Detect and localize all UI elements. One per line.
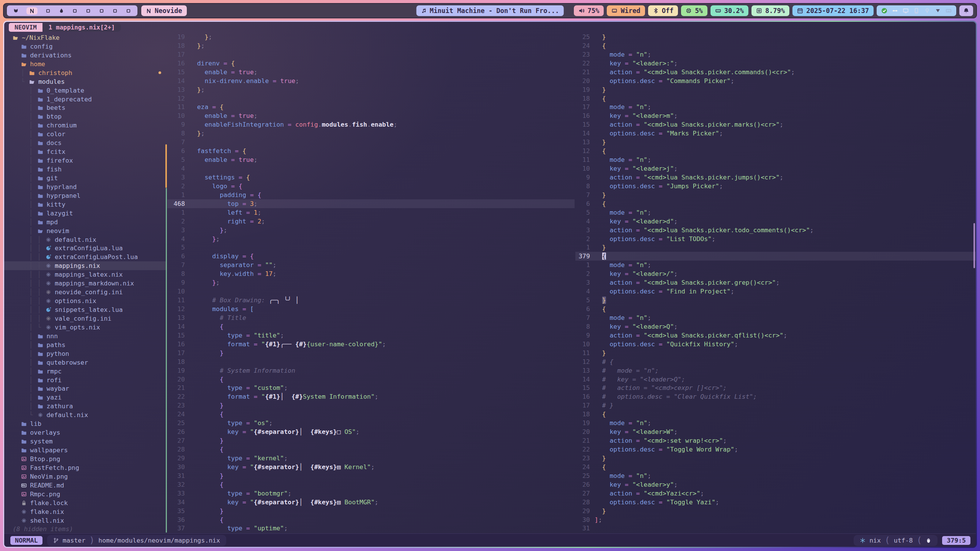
tree-item-color[interactable]: │color <box>13 130 167 139</box>
tree-item-docs[interactable]: │docs <box>13 139 167 147</box>
cpu-widget[interactable]: 5% <box>681 5 707 16</box>
tree-item-nnn[interactable]: │nnn <box>13 332 167 341</box>
tree-item-chromium[interactable]: │chromium <box>13 121 167 130</box>
memory-widget[interactable]: 30.2% <box>710 5 748 16</box>
tree-item-flake.lock[interactable]: flake.lock <box>13 499 167 507</box>
tree-item-shell.nix[interactable]: shell.nix <box>13 516 167 525</box>
folder-icon <box>38 184 43 190</box>
workspace-2-active[interactable] <box>26 7 38 15</box>
tree-item-kitty[interactable]: │kitty <box>13 200 167 209</box>
code-text: } <box>595 349 606 357</box>
tree-item-lazygit[interactable]: │lazygit <box>13 209 167 218</box>
triangle-icon[interactable] <box>935 8 941 14</box>
line-number: 7 <box>167 261 185 269</box>
tree-item-default.nix[interactable]: ││default.nix <box>13 235 167 244</box>
tree-item-snippets_latex.lua[interactable]: ││snippets_latex.lua <box>13 305 167 314</box>
tree-item-zathura[interactable]: │zathura <box>13 402 167 411</box>
disk-widget[interactable]: 8.79% <box>751 5 789 16</box>
tree-item-neovide_config.ini[interactable]: ││neovide_config.ini <box>13 288 167 297</box>
workspace-5[interactable] <box>72 8 78 14</box>
tree-item-nixflake[interactable]: ~/NixFlake <box>13 33 167 42</box>
tree-item-flake.nix[interactable]: flake.nix <box>13 507 167 516</box>
code-text: { <box>189 446 224 453</box>
tree-item-hyprpanel[interactable]: │hyprpanel <box>13 191 167 200</box>
code-text: { <box>189 376 224 383</box>
tree-item-vale_config.ini[interactable]: ││vale_config.ini <box>13 314 167 323</box>
pin-icon[interactable] <box>924 8 930 14</box>
tree-item-fcitx[interactable]: │fcitx <box>13 147 167 156</box>
tree-item-git[interactable]: │git <box>13 174 167 183</box>
workspace-3[interactable] <box>45 8 51 14</box>
tree-item-firefox[interactable]: │firefox <box>13 156 167 165</box>
tree-item-0_template[interactable]: │0_template <box>13 86 167 95</box>
tree-item-paths[interactable]: │paths <box>13 341 167 349</box>
tree-item-btop[interactable]: │btop <box>13 112 167 121</box>
tree-item-rmpc[interactable]: │rmpc <box>13 367 167 376</box>
phone-icon[interactable] <box>913 8 920 14</box>
tree-item-rofi[interactable]: │rofi <box>13 376 167 385</box>
indent-guide <box>13 245 21 252</box>
tree-item-lib[interactable]: lib <box>13 419 167 428</box>
tree-item-python[interactable]: │python <box>13 349 167 358</box>
workspace-6[interactable] <box>85 8 91 14</box>
monitor-icon[interactable] <box>903 8 909 14</box>
tree-item-label: snippets_latex.lua <box>55 306 123 313</box>
workspace-9[interactable] <box>126 8 131 14</box>
indent-guide <box>13 218 21 226</box>
clock-widget[interactable]: 2025-07-22 16:37 <box>792 5 874 16</box>
code-text: action = "<cmd>lua Snacks.picker.todo_co… <box>595 227 813 234</box>
notifications-button[interactable] <box>959 5 973 16</box>
workspace-7[interactable] <box>99 8 105 14</box>
tree-item-rmpc.png[interactable]: Rmpc.png <box>13 490 167 499</box>
tree-item-label: neovim <box>47 227 69 235</box>
tree-item-neovim[interactable]: │neovim <box>13 227 167 235</box>
volume-widget[interactable]: 75% <box>574 5 604 16</box>
tree-item-8hiddenitems[interactable]: (8 hidden items) <box>13 525 167 534</box>
tree-item-wallpapers[interactable]: wallpapers <box>13 446 167 455</box>
tree-item-neovim.png[interactable]: NeoVim.png <box>13 472 167 481</box>
tree-item-mappings_markdown.nix[interactable]: ││mappings_markdown.nix <box>13 279 167 288</box>
tree-item-extraconfiglua.lua[interactable]: ││extraConfigLua.lua <box>13 244 167 253</box>
tree-item-mappings_latex.nix[interactable]: ││mappings_latex.nix <box>13 270 167 279</box>
tree-item-config[interactable]: config <box>13 42 167 51</box>
tree-item-fish[interactable]: │fish <box>13 165 167 174</box>
network-widget[interactable]: Wired <box>607 5 645 16</box>
code-line: 31 } <box>167 471 575 480</box>
tree-item-options.nix[interactable]: ││options.nix <box>13 297 167 305</box>
tree-item-overlays[interactable]: overlays <box>13 428 167 437</box>
check-circle-icon[interactable] <box>881 8 887 14</box>
tree-item-derivations[interactable]: derivations <box>13 51 167 60</box>
tree-item-christoph[interactable]: │christoph <box>13 68 167 77</box>
tree-item-fastfetch.png[interactable]: FastFetch.png <box>13 463 167 472</box>
tree-item-readme.md[interactable]: README.md <box>13 481 167 490</box>
tree-item-default.nix[interactable]: └default.nix <box>13 411 167 419</box>
tree-item-modules[interactable]: └modules <box>13 77 167 86</box>
tree-item-system[interactable]: system <box>13 437 167 446</box>
tree-item-btop.png[interactable]: Btop.png <box>13 455 167 463</box>
tree-item-hyprland[interactable]: │hyprland <box>13 183 167 191</box>
line-number: 13 <box>167 314 185 321</box>
line-number: 35 <box>167 507 185 515</box>
tree-item-home[interactable]: home <box>13 60 167 68</box>
code-pane-right[interactable]: 25 }24 {23 mode = "n";22 key = "<leader>… <box>575 33 976 533</box>
bluetooth-widget[interactable]: Off <box>648 5 678 16</box>
tree-item-vim_opts.nix[interactable]: │└vim_opts.nix <box>13 323 167 332</box>
workspace-1[interactable] <box>13 8 19 14</box>
tab-mappings-nix[interactable]: 1 mappings.nix[2+] <box>42 23 121 32</box>
scrollbar-thumb[interactable] <box>973 223 975 268</box>
tree-item-mappings.nix[interactable]: ││mappings.nix <box>4 261 167 270</box>
tree-item-qutebrowser[interactable]: │qutebrowser <box>13 358 167 367</box>
tree-item-yazi[interactable]: │yazi <box>13 393 167 402</box>
indent-guide <box>13 350 21 357</box>
tree-item-extraconfigluapost.lua[interactable]: ││extraConfigLuaPost.lua <box>13 253 167 261</box>
music-widget[interactable]: Minuit Machine - Don't Run Fro... <box>416 5 564 16</box>
code-pane-left[interactable]: 19 };18 };1716 direnv = {15 enable = tru… <box>167 33 575 533</box>
workspace-4[interactable] <box>59 8 64 14</box>
tree-item-beets[interactable]: │beets <box>13 104 167 112</box>
keyboard-icon[interactable] <box>946 8 952 14</box>
mustache-icon[interactable] <box>892 8 898 14</box>
tree-item-1_deprecated[interactable]: │1_deprecated <box>13 95 167 104</box>
tree-item-mpd[interactable]: │mpd <box>13 218 167 227</box>
workspace-8[interactable] <box>112 8 118 14</box>
tree-item-waybar[interactable]: │waybar <box>13 385 167 393</box>
